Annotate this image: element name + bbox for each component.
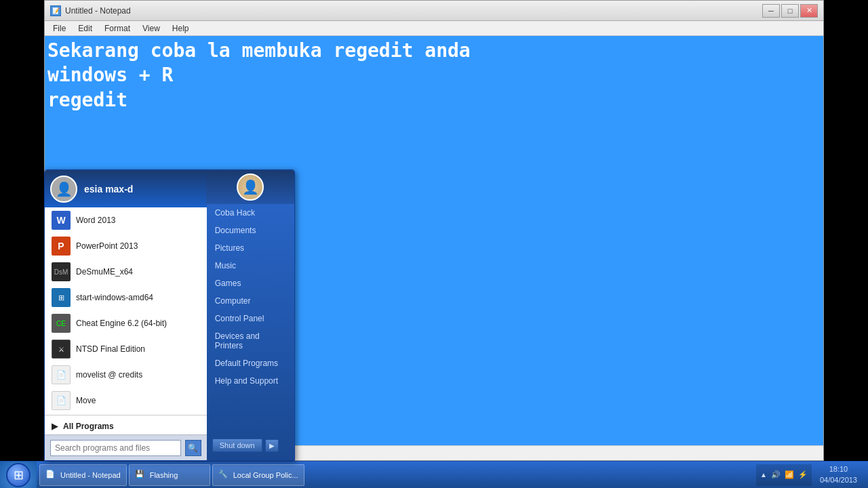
close-button[interactable]: ✕ (800, 4, 818, 18)
app-label-startwindows: start-windows-amd64 (76, 293, 153, 302)
app-label-powerpoint2013: PowerPoint 2013 (76, 241, 138, 251)
app-label-move: Move (76, 396, 96, 405)
taskbar-items: 📄 Untitled - Notepad 💾 Flashing 🔧 Local … (37, 464, 751, 486)
windows-orb: ⊞ (6, 463, 31, 487)
menu-view[interactable]: View (137, 22, 165, 35)
right-item-documents[interactable]: Documents (207, 222, 294, 239)
right-item-defaultprograms[interactable]: Default Programs (207, 354, 294, 372)
app-label-ntsd: NTSD Final Edition (76, 344, 145, 354)
app-item-cheatengine[interactable]: CE Cheat Engine 6.2 (64-bit) (45, 310, 207, 336)
ppt-icon: P (52, 237, 71, 256)
app-label-movelist: movelist @ credits (76, 370, 142, 380)
tray-power-icon: ⚡ (798, 470, 808, 479)
notepad-titlebar: 📝 Untitled - Notepad ─ □ ✕ (45, 1, 823, 21)
taskbar-item-flashing[interactable]: 💾 Flashing (129, 464, 210, 486)
all-programs-arrow: ▶ (52, 422, 58, 431)
app-label-word2013: Word 2013 (76, 216, 115, 225)
desmume-icon: DsM (52, 262, 71, 281)
notepad-app-icon: 📝 (50, 5, 61, 16)
move-icon: 📄 (52, 391, 71, 410)
tray-sound-icon: 🔊 (771, 470, 781, 479)
start-menu: 👤 esia max-d W Word 2013 P PowerPoint 20… (44, 169, 295, 461)
app-item-desmume[interactable]: DsM DeSmuME_x64 (45, 259, 207, 285)
windows-logo-icon: ⊞ (14, 468, 24, 483)
tray-show-hidden-icon[interactable]: ▲ (760, 471, 767, 479)
app-item-ntsd[interactable]: ⚔ NTSD Final Edition (45, 336, 207, 362)
shutdown-arrow-button[interactable]: ▶ (265, 439, 279, 452)
all-programs-label: All Programs (63, 422, 114, 431)
right-item-controlpanel[interactable]: Control Panel (207, 310, 294, 327)
cheatengine-icon: CE (52, 314, 71, 333)
app-label-desmume: DeSmuME_x64 (76, 267, 133, 277)
username-label: esia max-d (84, 184, 133, 195)
right-item-helpsupport[interactable]: Help and Support (207, 372, 294, 390)
menu-edit[interactable]: Edit (73, 22, 98, 35)
start-user-area: 👤 esia max-d (45, 170, 207, 207)
taskbar-flashing-icon: 💾 (135, 470, 146, 481)
taskbar-notepad-label: Untitled - Notepad (60, 471, 121, 479)
tray-icons-area: ▲ 🔊 📶 ⚡ (756, 464, 812, 486)
notepad-title-area: 📝 Untitled - Notepad (50, 5, 131, 16)
startwindows-icon: ⊞ (52, 288, 71, 307)
taskbar-localgpo-label: Local Group Polic... (233, 471, 298, 479)
app-item-powerpoint2013[interactable]: P PowerPoint 2013 (45, 233, 207, 259)
word-icon: W (52, 211, 71, 230)
start-menu-right: 👤 Coba Hack Documents Pictures Music Gam… (207, 170, 294, 460)
search-input[interactable] (50, 440, 181, 456)
menu-format[interactable]: Format (99, 22, 136, 35)
clock-date: 04/04/2013 (820, 475, 857, 485)
taskbar-tray: ▲ 🔊 📶 ⚡ 18:10 04/04/2013 (751, 464, 868, 486)
start-menu-left: 👤 esia max-d W Word 2013 P PowerPoint 20… (45, 170, 207, 460)
minimize-button[interactable]: ─ (762, 4, 780, 18)
start-right-avatar-area: 👤 (206, 170, 294, 204)
user-avatar: 👤 (50, 176, 77, 203)
clock-area: 18:10 04/04/2013 (814, 464, 863, 485)
start-search-area: 🔍 (45, 434, 207, 460)
movelist-icon: 📄 (52, 365, 71, 384)
ntsd-icon: ⚔ (52, 340, 71, 359)
taskbar-item-localgpo[interactable]: 🔧 Local Group Polic... (212, 464, 304, 486)
taskbar-notepad-icon: 📄 (45, 470, 56, 481)
start-separator (45, 415, 207, 415)
app-item-word2013[interactable]: W Word 2013 (45, 207, 207, 233)
taskbar-flashing-label: Flashing (150, 471, 178, 479)
right-avatar: 👤 (237, 174, 264, 201)
right-item-music[interactable]: Music (207, 257, 294, 274)
all-programs-item[interactable]: ▶ All Programs (45, 418, 207, 434)
search-button[interactable]: 🔍 (185, 440, 201, 456)
window-controls: ─ □ ✕ (762, 4, 818, 18)
notepad-title-text: Untitled - Notepad (65, 6, 131, 16)
app-item-movelist[interactable]: 📄 movelist @ credits (45, 362, 207, 388)
tray-network-icon: 📶 (785, 470, 794, 479)
right-item-games[interactable]: Games (207, 274, 294, 292)
taskbar-localgpo-icon: 🔧 (218, 470, 229, 481)
menu-help[interactable]: Help (167, 22, 195, 35)
shutdown-button[interactable]: Shut down (212, 439, 262, 452)
notepad-menubar: File Edit Format View Help (45, 21, 823, 36)
shutdown-area: Shut down ▶ (207, 436, 294, 455)
menu-file[interactable]: File (47, 22, 71, 35)
clock-time: 18:10 (820, 464, 857, 474)
right-item-cobahack[interactable]: Coba Hack (207, 204, 294, 222)
taskbar: ⊞ 📄 Untitled - Notepad 💾 Flashing 🔧 Loca… (0, 461, 868, 488)
right-item-devices[interactable]: Devices and Printers (207, 327, 294, 354)
maximize-button[interactable]: □ (781, 4, 799, 18)
app-item-move[interactable]: 📄 Move (45, 388, 207, 412)
app-item-startwindows[interactable]: ⊞ start-windows-amd64 (45, 285, 207, 310)
taskbar-item-notepad[interactable]: 📄 Untitled - Notepad (39, 464, 127, 486)
right-item-computer[interactable]: Computer (207, 292, 294, 310)
app-label-cheatengine: Cheat Engine 6.2 (64-bit) (76, 319, 167, 328)
start-button[interactable]: ⊞ (0, 462, 37, 489)
start-apps-list: W Word 2013 P PowerPoint 2013 DsM DeSmuM… (45, 207, 207, 412)
right-item-pictures[interactable]: Pictures (207, 239, 294, 257)
